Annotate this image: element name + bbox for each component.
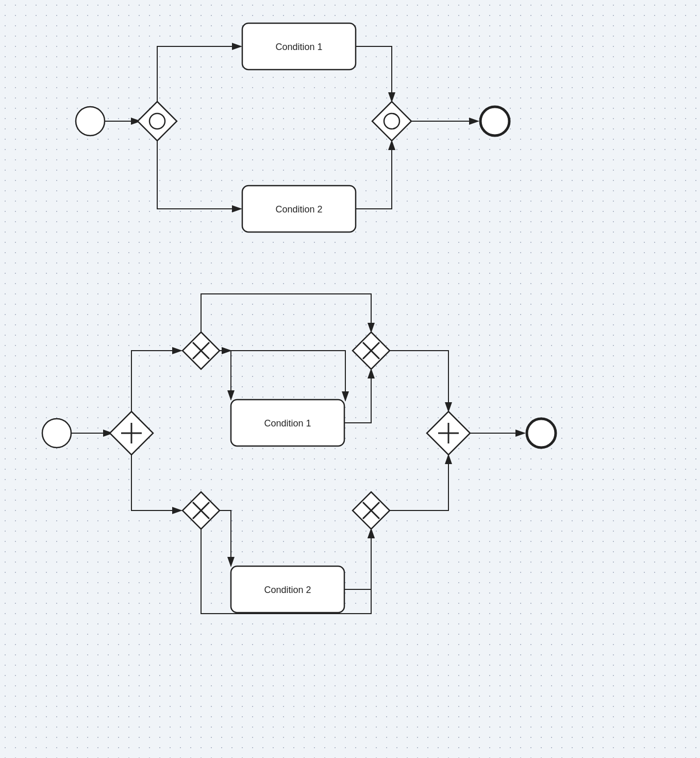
bottom-condition2-label: Condition 2 xyxy=(264,585,311,595)
bottom-bot-join-gateway[interactable] xyxy=(353,492,390,529)
top-start-event[interactable] xyxy=(76,107,105,136)
top-join-gateway[interactable] xyxy=(372,102,411,141)
bottom-bot-split-gateway[interactable] xyxy=(182,492,220,529)
bottom-split-gateway[interactable] xyxy=(110,411,153,455)
svg-line-15 xyxy=(220,351,231,423)
bottom-start-event[interactable] xyxy=(42,419,71,448)
top-split-gateway[interactable] xyxy=(138,102,177,141)
bottom-condition1-label: Condition 1 xyxy=(264,418,311,429)
top-condition1-label: Condition 1 xyxy=(275,42,322,52)
bottom-top-join-gateway[interactable] xyxy=(353,332,390,369)
top-condition2-label: Condition 2 xyxy=(275,204,322,215)
svg-point-5 xyxy=(384,113,399,129)
bottom-end-event[interactable] xyxy=(527,419,556,448)
top-end-event[interactable] xyxy=(480,107,509,136)
svg-point-3 xyxy=(149,113,165,129)
bottom-join-gateway[interactable] xyxy=(427,411,470,455)
bottom-top-split-gateway[interactable] xyxy=(182,332,220,369)
diagram-canvas: Condition 1 Condition 2 xyxy=(0,0,700,758)
